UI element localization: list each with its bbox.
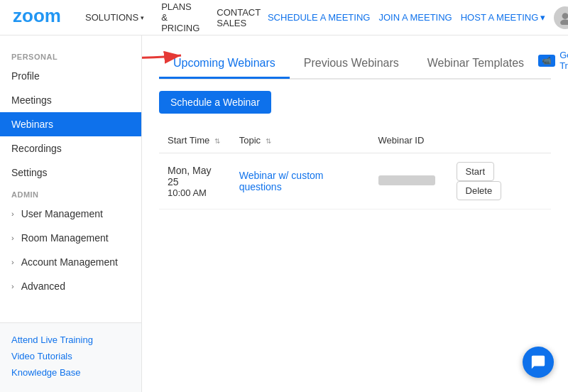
nav-contact-sales[interactable]: CONTACT SALES — [209, 4, 268, 31]
col-topic: Topic ⇅ — [231, 128, 370, 153]
webinars-table: Start Time ⇅ Topic ⇅ Webinar ID — [159, 128, 551, 209]
svg-point-1 — [562, 13, 568, 19]
sidebar-item-account-management[interactable]: › Account Management — [0, 250, 141, 274]
sidebar-item-advanced[interactable]: › Advanced — [0, 274, 141, 298]
tab-previous-webinars[interactable]: Previous Webinars — [290, 51, 413, 79]
svg-point-2 — [560, 19, 568, 25]
host-meeting-link[interactable]: HOST A MEETING ▾ — [461, 12, 546, 23]
cell-webinar-id — [370, 153, 444, 209]
user-avatar[interactable] — [554, 6, 568, 29]
sidebar-bottom-links: Attend Live Training Video Tutorials Kno… — [0, 322, 141, 392]
chat-bubble-button[interactable] — [523, 347, 554, 378]
nav-links: SOLUTIONS ▾ PLANS & PRICING CONTACT SALE… — [78, 0, 268, 36]
tab-upcoming-webinars[interactable]: Upcoming Webinars — [159, 51, 290, 79]
webinar-tabs: Upcoming Webinars Previous Webinars Webi… — [159, 50, 551, 80]
tab-webinar-templates[interactable]: Webinar Templates — [413, 51, 538, 79]
zoom-logo[interactable]: zoom — [11, 6, 61, 28]
start-webinar-button[interactable]: Start — [457, 162, 494, 181]
cell-topic: Webinar w/ custom questions — [231, 153, 370, 209]
cell-actions: Start Delete — [444, 153, 551, 209]
camera-icon: 📹 — [538, 55, 555, 67]
sidebar-item-meetings[interactable]: Meetings — [0, 88, 141, 112]
sidebar-item-settings[interactable]: Settings — [0, 160, 141, 185]
schedule-webinar-button[interactable]: Schedule a Webinar — [159, 91, 271, 114]
col-start-time: Start Time ⇅ — [159, 128, 231, 153]
main-layout: PERSONAL Profile Meetings Webinars Recor… — [0, 36, 568, 392]
table-row: Mon, May 25 10:00 AM Webinar w/ custom q… — [159, 153, 551, 209]
sidebar-item-profile[interactable]: Profile — [0, 64, 141, 88]
annotation-arrows — [142, 36, 568, 392]
admin-section-label: ADMIN — [0, 185, 141, 202]
chevron-right-icon: › — [11, 258, 14, 266]
personal-section-label: PERSONAL — [0, 47, 141, 64]
sidebar-item-webinars[interactable]: Webinars — [0, 112, 141, 136]
schedule-meeting-link[interactable]: SCHEDULE A MEETING — [268, 12, 370, 23]
webinar-topic-link[interactable]: Webinar w/ custom questions — [239, 170, 324, 192]
sort-icon[interactable]: ⇅ — [214, 137, 220, 145]
col-webinar-id: Webinar ID — [370, 128, 444, 153]
delete-webinar-button[interactable]: Delete — [457, 181, 502, 200]
sort-icon[interactable]: ⇅ — [266, 137, 271, 145]
nav-plans-pricing[interactable]: PLANS & PRICING — [154, 0, 207, 36]
sidebar: PERSONAL Profile Meetings Webinars Recor… — [0, 36, 142, 392]
webinar-id-value — [378, 175, 435, 185]
nav-right: SCHEDULE A MEETING JOIN A MEETING HOST A… — [268, 6, 568, 29]
chat-icon — [530, 354, 546, 370]
sidebar-item-user-management[interactable]: › User Management — [0, 202, 141, 226]
svg-text:zoom: zoom — [13, 6, 61, 26]
top-nav: zoom SOLUTIONS ▾ PLANS & PRICING CONTACT… — [0, 0, 568, 36]
cell-start-time: Mon, May 25 10:00 AM — [159, 153, 231, 209]
main-content: Upcoming Webinars Previous Webinars Webi… — [142, 36, 568, 392]
chevron-right-icon: › — [11, 234, 14, 242]
video-tutorials-link[interactable]: Video Tutorials — [11, 348, 130, 364]
knowledge-base-link[interactable]: Knowledge Base — [11, 364, 130, 381]
chevron-down-icon: ▾ — [141, 14, 144, 21]
get-training-button[interactable]: 📹 Get Training — [538, 50, 568, 78]
chevron-down-icon: ▾ — [540, 12, 545, 23]
chevron-right-icon: › — [11, 282, 14, 290]
sidebar-item-room-management[interactable]: › Room Management — [0, 226, 141, 250]
join-meeting-link[interactable]: JOIN A MEETING — [378, 12, 452, 23]
chevron-right-icon: › — [11, 209, 14, 218]
col-actions — [444, 128, 551, 153]
sidebar-top: PERSONAL Profile Meetings Webinars Recor… — [0, 36, 141, 310]
sidebar-item-recordings[interactable]: Recordings — [0, 136, 141, 160]
nav-solutions[interactable]: SOLUTIONS ▾ — [78, 9, 151, 26]
attend-live-training-link[interactable]: Attend Live Training — [11, 332, 130, 348]
